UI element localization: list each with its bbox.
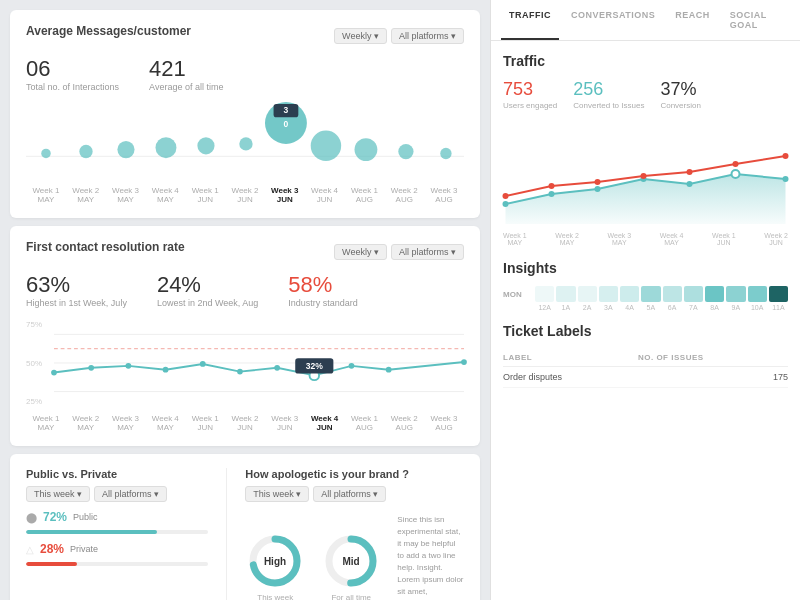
- tab-conversations[interactable]: CONVERSATIONS: [563, 0, 663, 40]
- rwl-7: Week 3JUN: [265, 414, 305, 432]
- wl-11: Week 3AUG: [424, 186, 464, 204]
- hl-8a: 8A: [705, 304, 724, 311]
- svg-point-12: [355, 138, 378, 161]
- avg-weekly-pill[interactable]: Weekly: [334, 28, 387, 44]
- pub-priv-filters[interactable]: This week All platforms: [26, 486, 208, 502]
- svg-text:0: 0: [284, 119, 289, 129]
- ticket-issues-1: 175: [638, 367, 788, 388]
- res-lbl-3: Industry standard: [288, 298, 358, 308]
- apolo-week-pill[interactable]: This week: [245, 486, 309, 502]
- avg-messages-card: Average Messages/customer Weekly All pla…: [10, 10, 480, 218]
- apolo-platform-pill[interactable]: All platforms: [313, 486, 386, 502]
- bottom-card: Public vs. Private This week All platfor…: [10, 454, 480, 600]
- ticket-label-1: Order disputes: [503, 367, 638, 388]
- svg-point-38: [503, 201, 509, 207]
- res-platforms-pill[interactable]: All platforms: [391, 244, 464, 260]
- cell-10a: [748, 286, 767, 302]
- private-icon: △: [26, 544, 34, 555]
- hl-10a: 10A: [748, 304, 767, 311]
- svg-point-31: [461, 359, 467, 365]
- svg-point-43: [732, 170, 740, 178]
- rwl-5: Week 1JUN: [185, 414, 225, 432]
- res-lbl-2: Lowest in 2nd Week, Aug: [157, 298, 258, 308]
- resolution-filters[interactable]: Weekly All platforms: [334, 244, 464, 260]
- public-label: Public: [73, 512, 98, 522]
- svg-point-49: [687, 169, 693, 175]
- private-bar-fill: [26, 562, 77, 566]
- svg-point-30: [386, 367, 392, 373]
- right-content: Traffic 753 Users engaged 256 Converted …: [491, 41, 800, 600]
- cell-4a: [620, 286, 639, 302]
- wl-3: Week 3MAY: [106, 186, 146, 204]
- traffic-users-lbl: Users engaged: [503, 101, 557, 110]
- wl-7-active: Week 3JUN: [265, 186, 305, 204]
- hl-2a: 2A: [578, 304, 597, 311]
- apolo-title: How apologetic is your brand ?: [245, 468, 464, 480]
- svg-point-13: [398, 144, 413, 159]
- svg-point-40: [595, 186, 601, 192]
- tab-social-goal[interactable]: SOCIAL GOAL: [722, 0, 786, 40]
- resolution-card: First contact resolution rate Weekly All…: [10, 226, 480, 446]
- avg-stats-row: 06 Total no. of Interactions 421 Average…: [26, 58, 464, 92]
- avg-messages-filters[interactable]: Weekly All platforms: [334, 28, 464, 44]
- cell-6a: [663, 286, 682, 302]
- private-progress-bar: [26, 562, 208, 566]
- y-labels: 75% 50% 25%: [26, 318, 42, 408]
- svg-text:High: High: [264, 556, 286, 567]
- hl-5a: 5A: [641, 304, 660, 311]
- hl-12a: 12A: [535, 304, 554, 311]
- wl-8: Week 4JUN: [305, 186, 345, 204]
- ticket-table: LABEL NO. OF ISSUES Order disputes 175: [503, 349, 788, 388]
- svg-point-44: [783, 176, 789, 182]
- ticket-labels-title: Ticket Labels: [503, 323, 788, 339]
- wl-5: Week 1JUN: [185, 186, 225, 204]
- rwl-3: Week 3MAY: [106, 414, 146, 432]
- public-bar-fill: [26, 530, 157, 534]
- svg-point-23: [200, 361, 206, 367]
- wl-1: Week 1MAY: [26, 186, 66, 204]
- svg-text:Mid: Mid: [343, 556, 360, 567]
- cell-8a: [705, 286, 724, 302]
- stat-avg-all-time: 421 Average of all time: [149, 58, 223, 92]
- traffic-users-val: 753: [503, 79, 557, 100]
- res-weekly-pill[interactable]: Weekly: [334, 244, 387, 260]
- svg-point-22: [163, 367, 169, 373]
- svg-point-46: [549, 183, 555, 189]
- traffic-conv-val: 256: [573, 79, 644, 100]
- tab-reach[interactable]: REACH: [667, 0, 718, 40]
- svg-point-39: [549, 191, 555, 197]
- svg-point-21: [126, 363, 132, 369]
- apolo-filters[interactable]: This week All platforms: [245, 486, 464, 502]
- pp-platform-pill[interactable]: All platforms: [94, 486, 167, 502]
- stat-avg-value: 421: [149, 58, 223, 80]
- svg-point-14: [440, 148, 451, 159]
- public-progress-bar: [26, 530, 208, 534]
- public-icon: ⬤: [26, 512, 37, 523]
- traffic-week-labels: Week 1MAY Week 2MAY Week 3MAY Week 4MAY …: [503, 232, 788, 246]
- cell-12a: [535, 286, 554, 302]
- traffic-section: Traffic 753 Users engaged 256 Converted …: [503, 53, 788, 246]
- resolution-title: First contact resolution rate: [26, 240, 185, 254]
- insights-title: Insights: [503, 260, 788, 276]
- res-stat-2: 24% Lowest in 2nd Week, Aug: [157, 274, 258, 308]
- rwl-8-active: Week 4JUN: [305, 414, 345, 432]
- hl-1a: 1A: [556, 304, 575, 311]
- twl-5: Week 1JUN: [712, 232, 736, 246]
- right-tabs[interactable]: TRAFFIC CONVERSATIONS REACH SOCIAL GOAL: [491, 0, 800, 41]
- svg-point-11: [311, 131, 341, 161]
- pp-week-pill[interactable]: This week: [26, 486, 90, 502]
- res-stat-3: 58% Industry standard: [288, 274, 358, 308]
- twl-4: Week 4MAY: [660, 232, 684, 246]
- avg-platforms-pill[interactable]: All platforms: [391, 28, 464, 44]
- wl-2: Week 2MAY: [66, 186, 106, 204]
- ticket-th-issues: NO. OF ISSUES: [638, 349, 788, 367]
- rwl-4: Week 4MAY: [145, 414, 185, 432]
- svg-point-50: [733, 161, 739, 167]
- insights-grid: MON 12A 1A: [503, 286, 788, 311]
- cell-9a: [726, 286, 745, 302]
- res-val-1: 63%: [26, 274, 127, 296]
- res-val-2: 24%: [157, 274, 258, 296]
- insights-day: MON: [503, 290, 533, 299]
- cell-2a: [578, 286, 597, 302]
- tab-traffic[interactable]: TRAFFIC: [501, 0, 559, 40]
